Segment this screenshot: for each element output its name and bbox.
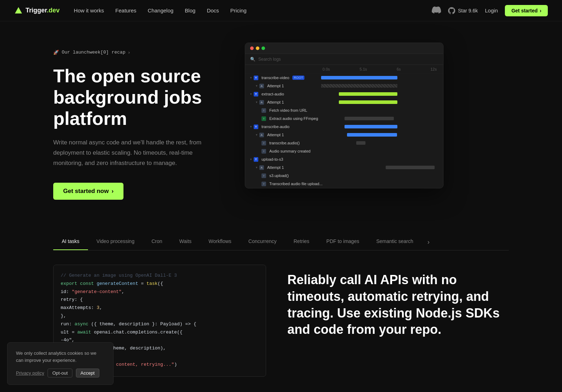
task-name: transcribe.audio() bbox=[269, 141, 300, 145]
tab-pdf-to-images[interactable]: PDF to images bbox=[318, 234, 368, 250]
cookie-banner: We only collect analytics cookies so we … bbox=[7, 342, 114, 385]
task-bar bbox=[339, 100, 397, 104]
code-line: }, bbox=[61, 313, 259, 320]
task-bar-area bbox=[321, 124, 438, 129]
hero-cta-button[interactable]: Get started now › bbox=[53, 183, 123, 200]
badge-arrow-icon: › bbox=[128, 50, 130, 55]
nav-link-docs[interactable]: Docs bbox=[207, 7, 219, 13]
task-label: ▾ T extract-audio bbox=[250, 92, 321, 96]
tabs-content: // Generate an image using OpenAI Dall-E… bbox=[53, 250, 509, 377]
launchweek-badge[interactable]: 🚀 Our launchweek[0] recap › bbox=[53, 50, 224, 55]
task-label: ▾ T transcribe-audio bbox=[250, 125, 321, 129]
chevron-icon: ▾ bbox=[250, 125, 252, 128]
task-type-A: A bbox=[259, 165, 264, 170]
tab-semantic-search[interactable]: Semantic search bbox=[368, 234, 422, 250]
tabs-more-button[interactable]: › bbox=[422, 234, 435, 250]
logo-text: Trigger.dev bbox=[26, 7, 60, 14]
task-bar bbox=[345, 117, 394, 120]
tab-video-processing[interactable]: Video processing bbox=[88, 234, 143, 250]
task-row: ▾ A Attempt 1 bbox=[245, 82, 443, 90]
tabs-bar: AI tasksVideo processingCronWaitsWorkflo… bbox=[53, 234, 509, 250]
nav-links: How it works Features Changelog Blog Doc… bbox=[74, 7, 432, 13]
hero-subtitle: Write normal async code and we'll handle… bbox=[53, 138, 224, 169]
task-row: f transcribe.audio() bbox=[245, 139, 443, 147]
task-type-T: T bbox=[254, 125, 258, 129]
task-func-icon: f bbox=[261, 108, 266, 113]
task-label: ▾ A Attempt 1 bbox=[250, 133, 321, 137]
code-line: retry: { bbox=[61, 296, 259, 304]
privacy-policy-link[interactable]: Privacy policy bbox=[16, 369, 44, 377]
task-bar-area bbox=[321, 156, 438, 162]
tab-cron[interactable]: Cron bbox=[143, 234, 171, 250]
tab-concurrency[interactable]: Concurrency bbox=[240, 234, 285, 250]
discord-link[interactable] bbox=[432, 5, 441, 16]
dashboard-body: 🔍 Search logs 0.0s 5.1s 6s 12s ▾ T trans… bbox=[245, 54, 443, 188]
task-label: f transcribe.audio() bbox=[250, 141, 321, 145]
nav-link-pricing[interactable]: Pricing bbox=[230, 7, 247, 13]
task-type-T: T bbox=[254, 92, 258, 96]
task-type-A: A bbox=[259, 100, 264, 105]
chevron-icon: ▾ bbox=[256, 166, 258, 169]
task-label: ▾ T transcribe-video ROOT bbox=[250, 76, 321, 80]
chevron-icon: ▾ bbox=[256, 133, 258, 137]
nav-link-changelog[interactable]: Changelog bbox=[148, 7, 173, 13]
task-name: extract-audio bbox=[261, 92, 284, 96]
window-dot-yellow bbox=[256, 46, 259, 50]
github-icon bbox=[448, 7, 455, 14]
task-row: f Extract audio using FFmpeg bbox=[245, 115, 443, 123]
task-row: ▾ A Attempt 1 bbox=[245, 164, 443, 172]
task-type-A: A bbox=[259, 84, 264, 88]
task-rows: ▾ T transcribe-video ROOT ▾ A Attempt 1 … bbox=[245, 74, 443, 188]
task-name: transcribe-audio bbox=[261, 125, 290, 129]
hero-title: The open source background jobs platform bbox=[53, 66, 224, 129]
task-name: Attempt 1 bbox=[267, 165, 284, 170]
task-bar-area bbox=[321, 116, 438, 121]
tab-ai-tasks[interactable]: AI tasks bbox=[53, 234, 88, 250]
task-bar-area bbox=[321, 83, 438, 89]
discord-icon bbox=[432, 5, 441, 15]
chevron-icon: ▾ bbox=[250, 76, 252, 79]
task-label: ▾ A Attempt 1 bbox=[250, 84, 321, 88]
task-name: Transcribed audio file upload... bbox=[269, 182, 323, 186]
chevron-icon: ▾ bbox=[256, 100, 258, 104]
chevron-icon: ▾ bbox=[250, 158, 252, 161]
nav-link-features[interactable]: Features bbox=[115, 7, 136, 13]
nav-link-how-it-works[interactable]: How it works bbox=[74, 7, 104, 13]
login-link[interactable]: Login bbox=[485, 7, 498, 13]
task-func-icon: f bbox=[261, 141, 266, 145]
task-name: Attempt 1 bbox=[267, 133, 284, 137]
task-bar-area bbox=[321, 91, 438, 97]
task-bar bbox=[347, 133, 397, 137]
search-icon: 🔍 bbox=[250, 57, 255, 62]
tab-retries[interactable]: Retries bbox=[285, 234, 318, 250]
task-bar-area bbox=[321, 140, 438, 146]
star-count: Star 9.6k bbox=[458, 8, 478, 13]
nav-get-started-button[interactable]: Get started › bbox=[505, 5, 548, 16]
timeline-6s: 6s bbox=[397, 67, 401, 71]
nav-logo[interactable]: Trigger.dev bbox=[14, 6, 60, 15]
accept-cookies-button[interactable]: Accept bbox=[76, 369, 99, 377]
task-type-T: T bbox=[254, 76, 258, 80]
task-bar-area bbox=[321, 75, 438, 81]
task-bar bbox=[345, 125, 397, 128]
arrow-icon: › bbox=[540, 8, 541, 13]
task-label: f Audio summary created bbox=[250, 149, 321, 154]
task-name: Audio summary created bbox=[269, 149, 310, 153]
task-row: ▾ T transcribe-audio bbox=[245, 123, 443, 131]
code-line: run: async ({ theme, description }: Payl… bbox=[61, 321, 259, 328]
tab-waits[interactable]: Waits bbox=[171, 234, 200, 250]
task-func-icon: f bbox=[261, 116, 266, 121]
timeline-12s: 12s bbox=[430, 67, 437, 71]
opt-out-button[interactable]: Opt-out bbox=[48, 369, 72, 377]
chevron-icon: ▾ bbox=[256, 84, 258, 88]
info-panel: Reliably call AI APIs with no timeouts, … bbox=[287, 265, 509, 377]
svg-marker-0 bbox=[15, 7, 22, 13]
chevron-icon: ▾ bbox=[250, 92, 252, 96]
github-star-link[interactable]: Star 9.6k bbox=[448, 7, 478, 14]
task-row: ▾ A Attempt 1 bbox=[245, 131, 443, 139]
tab-workflows[interactable]: Workflows bbox=[200, 234, 240, 250]
search-placeholder: Search logs bbox=[258, 57, 281, 62]
nav-link-blog[interactable]: Blog bbox=[185, 7, 195, 13]
task-name: s3.upload() bbox=[269, 173, 289, 178]
task-name: upload-to-s3 bbox=[261, 157, 283, 161]
